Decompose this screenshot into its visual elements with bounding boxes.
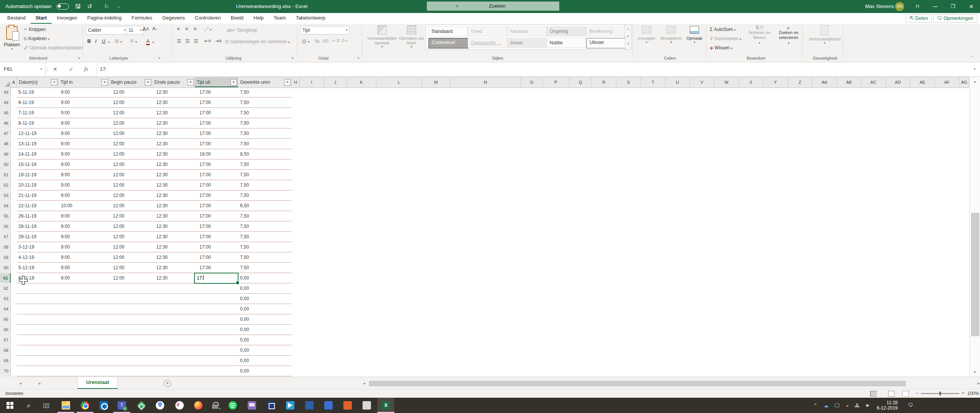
cell-bp-58[interactable]: 12:00 [113, 242, 124, 252]
cell-ep-58[interactable]: 12:30 [156, 242, 168, 252]
cell-bp-51[interactable]: 12:00 [113, 170, 124, 180]
taskbar-app-chrome-icon[interactable] [77, 398, 93, 413]
table-row[interactable]: 5526-11-199:0012:0012:3017:007,50 [0, 211, 980, 221]
cell-tout-46[interactable]: 17:00 [199, 118, 211, 128]
cell-hours-43[interactable]: 7,50 [240, 87, 249, 97]
cell-tin-48[interactable]: 9:00 [61, 139, 70, 149]
cell-tout-56[interactable]: 17:00 [199, 221, 211, 231]
filter-icon-gewerkte-uren[interactable]: ▼ [284, 79, 291, 86]
taskbar-clock[interactable]: 11:286-12-2019 [877, 400, 898, 411]
cell-ep-43[interactable]: 12:30 [156, 87, 168, 97]
cell-ep-60[interactable]: 12:30 [156, 263, 168, 273]
font-size-select[interactable]: 11▾ [126, 26, 144, 34]
formula-bar-grip[interactable]: ⋮ [44, 62, 50, 76]
row-header-46[interactable]: 46 [0, 118, 11, 128]
cell-tout-53[interactable]: 17:00 [199, 190, 211, 200]
table-row[interactable]: 640,00 [0, 304, 980, 314]
cell-hours-49[interactable]: 8,50 [240, 149, 249, 159]
cell-ep-52[interactable]: 12:30 [156, 180, 168, 190]
cell-style-uitvoer[interactable]: Uitvoer [586, 38, 626, 49]
cell-tin-54[interactable]: 10:00 [61, 201, 72, 211]
name-box-dropdown-icon[interactable]: ▾ [41, 62, 42, 76]
number-format-select[interactable]: Tijd▾ [300, 26, 350, 34]
cell-hours-46[interactable]: 7,50 [240, 118, 249, 128]
cell-bp-60[interactable]: 12:00 [113, 263, 124, 273]
cell-date-57[interactable]: 29-11-19 [18, 232, 36, 242]
table-row[interactable]: 680,00 [0, 345, 980, 356]
column-header-tijd-in[interactable]: Tijd in▼ [59, 77, 109, 87]
gallery-up-icon[interactable]: ▴ [625, 25, 631, 33]
row-header-44[interactable]: 44 [0, 98, 11, 107]
column-header-tijd-uit[interactable]: Tijd uit▼ [195, 77, 238, 87]
cell-tout-58[interactable]: 17:00 [199, 242, 211, 252]
formula-input[interactable]: 17: [96, 62, 973, 76]
table-row[interactable]: 435-11-199:0012:0012:3017:007,50 [0, 87, 980, 98]
taskbar-app-slack-icon[interactable]: # [171, 398, 188, 413]
row-header-45[interactable]: 45 [0, 108, 11, 118]
table-row[interactable]: 660,00 [0, 325, 980, 335]
cell-ep-48[interactable]: 12:30 [156, 139, 168, 149]
cell-bp-49[interactable]: 12:00 [113, 149, 124, 159]
cell-hours-60[interactable]: 7,50 [240, 263, 249, 273]
row-header-47[interactable]: 47 [0, 128, 11, 138]
column-header-l[interactable]: L [376, 77, 422, 87]
column-header-u[interactable]: U [665, 77, 690, 87]
cell-hours-52[interactable]: 7,50 [240, 180, 249, 190]
cell-hours-57[interactable]: 7,50 [240, 232, 249, 242]
cell-tin-50[interactable]: 9:00 [61, 159, 70, 169]
filter-icon-tijd-in[interactable]: ▼ [101, 79, 108, 86]
column-header-i[interactable]: I [300, 77, 324, 87]
ribbon-tab-tabelontwerp[interactable]: Tabelontwerp [291, 13, 330, 23]
column-header-n[interactable]: N [450, 77, 521, 87]
vertical-scrollbar[interactable]: ▴ ▾ [969, 77, 980, 376]
cell-ep-59[interactable]: 12:30 [156, 252, 168, 262]
expand-formula-bar-icon[interactable]: ▾ [974, 62, 975, 76]
table-row[interactable]: 5220-11-199:0012:0012:3017:007,50 [0, 180, 980, 190]
uitlijning-dialog-launcher-icon[interactable]: ↘ [291, 56, 294, 60]
column-header-m[interactable]: M [422, 77, 450, 87]
row-header-63[interactable]: 63 [0, 294, 11, 304]
cell-style-invoer[interactable]: Invoer [507, 38, 547, 48]
taskbar-app-search-icon[interactable]: ⌕ [20, 398, 37, 413]
table-row[interactable]: 5119-11-199:0012:0012:3017:007,50 [0, 170, 980, 180]
tray-speaker-icon[interactable]: 🕪 [866, 402, 869, 408]
zoom-in-icon[interactable]: + [962, 390, 964, 396]
cell-date-46[interactable]: 8-11-19 [18, 118, 34, 128]
cell-bp-59[interactable]: 12:00 [113, 252, 124, 262]
collapse-ribbon-icon[interactable]: ⌃ [970, 55, 973, 59]
cell-bp-61[interactable]: 12:00 [113, 273, 124, 283]
cell-tout-59[interactable]: 17:00 [199, 252, 211, 262]
column-header-ae[interactable]: AE [910, 77, 935, 87]
ribbon-tab-pagina-indeling[interactable]: Pagina-indeling [82, 13, 127, 23]
cell-hours-70[interactable]: 0,00 [240, 366, 249, 376]
row-header-57[interactable]: 57 [0, 232, 11, 242]
align-bottom-icon[interactable]: ≡ [194, 26, 197, 32]
lettertype-dialog-launcher-icon[interactable]: ↘ [158, 56, 161, 60]
tray-chevron-up-icon[interactable]: ⌃ [813, 403, 817, 408]
decrease-font-icon[interactable]: A˅ [152, 26, 157, 31]
row-header-59[interactable]: 59 [0, 252, 11, 262]
ribbon-tab-bestand[interactable]: Bestand [2, 13, 31, 23]
tray-display-lock-icon[interactable]: 🖵 [835, 402, 840, 408]
cell-date-44[interactable]: 6-11-19 [18, 98, 34, 107]
cell-date-45[interactable]: 7-11-19 [18, 108, 34, 118]
ribbon-tab-start[interactable]: Start [31, 13, 52, 24]
cell-tin-53[interactable]: 9:00 [61, 190, 70, 200]
table-row[interactable]: 690,00 [0, 356, 980, 366]
column-header-ag[interactable]: AG [959, 77, 969, 87]
column-header-datum-s[interactable]: Datum(s)▼ [17, 77, 59, 87]
cell-tin-44[interactable]: 9:00 [61, 98, 70, 107]
fill-handle[interactable] [236, 281, 239, 285]
cell-hours-45[interactable]: 7,50 [240, 108, 249, 118]
cell-ep-51[interactable]: 12:30 [156, 170, 168, 180]
cell-tout-49[interactable]: 18:00 [199, 149, 211, 159]
taskbar-app-firefox-icon[interactable] [190, 398, 207, 413]
table-row[interactable]: 4712-11-199:0012:0012:3017:007,50 [0, 128, 980, 139]
table-row[interactable]: 670,00 [0, 335, 980, 345]
cell-bp-47[interactable]: 12:00 [113, 128, 124, 138]
taskbar-app-task-view-icon[interactable]: ▯▯ [38, 398, 55, 413]
column-header-x[interactable]: X [739, 77, 763, 87]
cell-hours-50[interactable]: 7,50 [240, 159, 249, 169]
filter-icon-datum-s[interactable]: ▼ [51, 79, 57, 86]
user-name[interactable]: Max Stevens [865, 0, 894, 13]
